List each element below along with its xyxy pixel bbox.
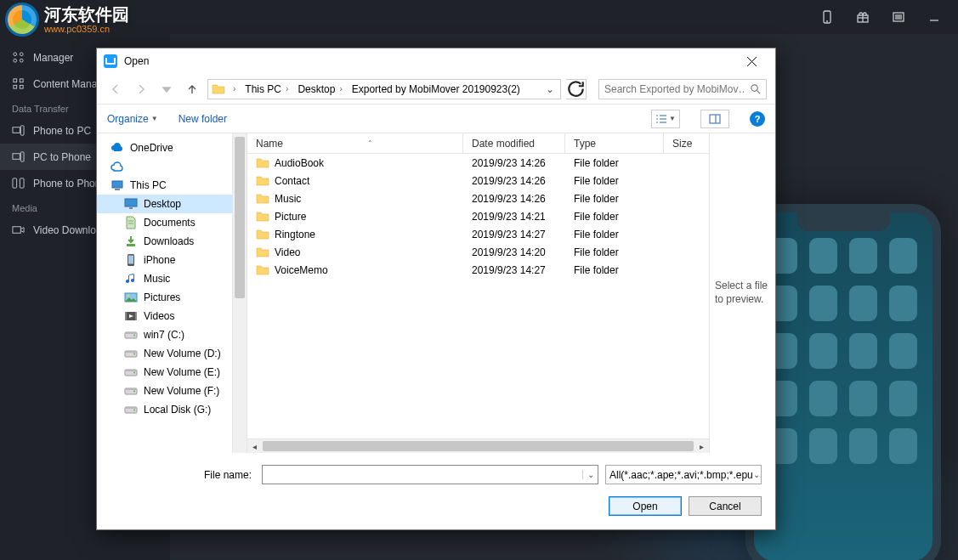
svg-line-28: [757, 90, 760, 93]
file-row[interactable]: AudioBook2019/9/23 14:26File folder: [247, 154, 709, 172]
file-rows[interactable]: AudioBook2019/9/23 14:26File folderConta…: [247, 154, 709, 438]
tree-item[interactable]: iPhone: [97, 251, 232, 269]
disk-icon: [124, 347, 138, 360]
scroll-right-icon[interactable]: ▸: [694, 439, 709, 453]
search-input[interactable]: [604, 83, 745, 95]
filename-input[interactable]: [263, 469, 582, 481]
breadcrumb-current[interactable]: Exported by MobiMover 20190923(2): [350, 83, 522, 95]
file-type: File folder: [574, 211, 619, 223]
column-name[interactable]: Name˄: [247, 133, 463, 153]
minimize-icon[interactable]: [924, 7, 944, 27]
tree-item[interactable]: Local Disk (G:): [97, 400, 232, 419]
dialog-toolbar: Organize▼ New folder ▼ ?: [97, 105, 775, 133]
scroll-left-icon[interactable]: ◂: [247, 439, 262, 453]
help-button[interactable]: ?: [750, 111, 765, 127]
address-bar[interactable]: › This PC› Desktop› Exported by MobiMove…: [207, 79, 561, 99]
file-list-area: Name˄ Date modified Type Size AudioBook2…: [247, 133, 709, 453]
tree-scrollbar[interactable]: [233, 133, 247, 453]
view-mode-button[interactable]: ▼: [651, 110, 680, 128]
column-headers[interactable]: Name˄ Date modified Type Size: [247, 133, 709, 154]
breadcrumb-sep[interactable]: ›: [229, 84, 240, 93]
tree-item[interactable]: Videos: [97, 307, 232, 325]
close-button[interactable]: [734, 49, 768, 73]
file-name: Picture: [275, 211, 306, 223]
tree-item[interactable]: OneDrive: [97, 139, 232, 157]
svg-rect-38: [115, 189, 120, 190]
recent-dropdown[interactable]: [156, 79, 177, 99]
disk-icon: [124, 403, 138, 416]
onedrive-icon: [111, 141, 124, 155]
file-row[interactable]: Picture2019/9/23 14:21File folder: [247, 207, 709, 225]
svg-rect-49: [125, 312, 127, 320]
back-button[interactable]: [105, 79, 126, 99]
svg-rect-65: [125, 407, 137, 409]
tree-item[interactable]: Documents: [97, 213, 232, 232]
file-type: File folder: [574, 193, 619, 205]
breadcrumb-desktop[interactable]: Desktop›: [296, 83, 346, 95]
tree-item[interactable]: Pictures: [97, 288, 232, 307]
tree-item[interactable]: New Volume (E:): [97, 363, 232, 382]
search-box[interactable]: [598, 79, 767, 99]
file-type: File folder: [574, 175, 619, 187]
folder-icon: [256, 246, 269, 259]
open-button[interactable]: Open: [609, 496, 682, 516]
column-size[interactable]: Size: [664, 133, 709, 153]
folder-icon: [256, 210, 269, 223]
svg-point-12: [14, 59, 17, 62]
file-name: Contact: [275, 175, 309, 187]
folder-icon: [256, 263, 269, 277]
svg-rect-62: [125, 388, 137, 390]
filetype-filter[interactable]: All(*.aac;*.ape;*.avi;*.bmp;*.epu⌄: [605, 465, 762, 484]
file-row[interactable]: Video2019/9/23 14:20File folder: [247, 243, 709, 261]
tree-item[interactable]: [97, 157, 232, 176]
tree-item[interactable]: Music: [97, 269, 232, 288]
tree-item[interactable]: win7 (C:): [97, 325, 232, 344]
pictures-icon: [124, 291, 138, 304]
filename-dropdown[interactable]: ⌄: [582, 470, 598, 479]
preview-pane-button[interactable]: [700, 110, 729, 128]
column-date[interactable]: Date modified: [463, 133, 565, 153]
tree-item[interactable]: This PC: [97, 176, 232, 195]
file-name: Video: [275, 246, 300, 258]
device-icon[interactable]: [817, 7, 837, 27]
tree-item-label: Pictures: [144, 291, 180, 303]
breadcrumb-thispc[interactable]: This PC›: [243, 83, 292, 95]
dialog-footer: File name: ⌄ All(*.aac;*.ape;*.avi;*.bmp…: [97, 453, 775, 529]
tree-item[interactable]: Desktop: [97, 195, 232, 213]
tree-item[interactable]: Downloads: [97, 232, 232, 251]
tree-item[interactable]: New Volume (D:): [97, 344, 232, 363]
svg-point-27: [751, 85, 757, 91]
thispc-icon: [111, 178, 124, 192]
tree-item[interactable]: New Volume (F:): [97, 382, 232, 400]
column-type[interactable]: Type: [565, 133, 664, 153]
horizontal-scrollbar[interactable]: ◂ ▸: [247, 438, 709, 453]
svg-rect-22: [13, 178, 17, 188]
gift-icon[interactable]: [853, 7, 873, 27]
organize-menu[interactable]: Organize▼: [107, 113, 158, 125]
refresh-button[interactable]: [566, 79, 587, 99]
svg-point-64: [133, 410, 135, 411]
svg-rect-39: [125, 199, 137, 206]
folder-icon: [256, 174, 269, 188]
file-row[interactable]: Ringtone2019/9/23 14:27File folder: [247, 225, 709, 243]
file-row[interactable]: Music2019/9/23 14:26File folder: [247, 189, 709, 207]
watermark-url: www.pc0359.cn: [44, 24, 129, 34]
menu-icon[interactable]: [888, 7, 909, 27]
file-type: File folder: [574, 229, 619, 240]
new-folder-button[interactable]: New folder: [179, 113, 227, 125]
filename-combo[interactable]: ⌄: [262, 465, 598, 484]
sidebar-item-label: PC to Phone: [33, 151, 91, 163]
file-row[interactable]: Contact2019/9/23 14:26File folder: [247, 172, 709, 189]
file-row[interactable]: VoiceMemo2019/9/23 14:27File folder: [247, 261, 709, 279]
up-button[interactable]: [182, 79, 202, 99]
file-date: 2019/9/23 14:27: [472, 264, 546, 276]
svg-rect-59: [125, 370, 137, 371]
forward-button[interactable]: [131, 79, 151, 99]
address-dropdown[interactable]: ⌄: [543, 83, 557, 95]
tree-item-label: iPhone: [144, 254, 175, 266]
folder-tree[interactable]: OneDriveThis PCDesktopDocumentsDownloads…: [97, 133, 233, 453]
svg-point-58: [133, 372, 135, 374]
cancel-button[interactable]: Cancel: [689, 496, 762, 516]
open-dialog: Open › This PC› Desktop› Exported by Mob…: [96, 48, 776, 530]
tree-item-label: OneDrive: [130, 142, 173, 154]
